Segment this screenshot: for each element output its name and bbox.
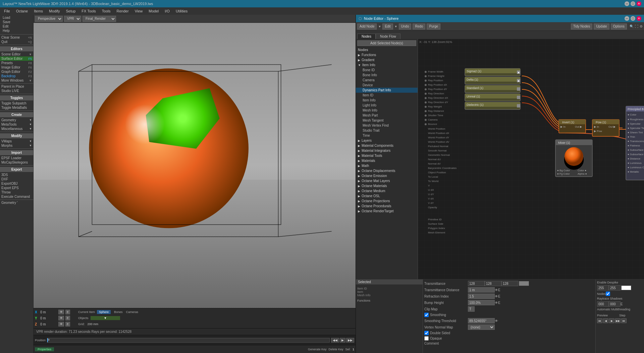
vmaps-button[interactable]: VMaps▼ bbox=[0, 139, 33, 143]
menu-model[interactable]: Model bbox=[146, 8, 161, 14]
parent-in-place-button[interactable]: Parent in Place bbox=[0, 84, 33, 89]
section-oct-osl[interactable]: ▶ Octane OSL bbox=[356, 193, 418, 198]
load-button[interactable]: Load bbox=[1, 15, 32, 20]
bump-eye-btn[interactable]: 👁 bbox=[495, 301, 498, 305]
current-item-value[interactable]: Sphere bbox=[97, 310, 111, 314]
renderer-select[interactable]: VPR bbox=[64, 16, 81, 22]
graph-editor-button[interactable]: Graph EditorF2 bbox=[0, 70, 33, 74]
double-sided-checkbox[interactable] bbox=[424, 331, 429, 335]
color-r-input[interactable] bbox=[597, 285, 609, 291]
section-oct-emission[interactable]: ▶ Octane Emission bbox=[356, 173, 418, 178]
undo-button[interactable]: Undo bbox=[399, 24, 412, 30]
miscellaneous-button[interactable]: Miscellaneous▼ bbox=[0, 127, 33, 131]
ne-graph[interactable]: X: -31 Y: 138 Zoom:91% bbox=[418, 39, 644, 279]
clip-map-input[interactable] bbox=[468, 306, 475, 312]
menu-io[interactable]: I/O bbox=[162, 8, 172, 14]
y-eye-button[interactable]: 👁 bbox=[58, 316, 64, 320]
section-oct-disp[interactable]: ▶ Octane Displacements bbox=[356, 168, 418, 173]
x-e-button[interactable]: E bbox=[65, 310, 70, 314]
transmittance-g-input[interactable] bbox=[485, 281, 501, 286]
close-button[interactable]: ✕ bbox=[637, 1, 641, 6]
pb-next-btn[interactable]: ▶▶ bbox=[615, 318, 621, 323]
menu-items[interactable]: Items bbox=[31, 8, 46, 14]
quit-button[interactable]: Quit+Q bbox=[0, 40, 33, 44]
section-oct-mat-layers[interactable]: ▶ Octane Mat Layers bbox=[356, 178, 418, 183]
menu-tools[interactable]: Tools bbox=[99, 8, 113, 14]
nodes-checkbox[interactable] bbox=[606, 292, 610, 296]
properties-btn[interactable]: Properties bbox=[35, 347, 54, 351]
pb-play-btn[interactable]: ▶ bbox=[609, 318, 614, 323]
menu-file[interactable]: File bbox=[1, 8, 13, 14]
update-button[interactable]: Update bbox=[594, 24, 609, 30]
play-button[interactable]: ▶ bbox=[340, 338, 345, 343]
transmittance-distance-eye-btn[interactable]: 👁 bbox=[495, 288, 498, 292]
section-oct-rt[interactable]: ▶ Octane RenderTarget bbox=[356, 209, 418, 214]
purge-button[interactable]: Purge bbox=[427, 24, 440, 30]
ne-close-button[interactable]: ✕ bbox=[637, 16, 641, 21]
node-bone-id[interactable]: Bone ID bbox=[356, 68, 418, 73]
node-mesh-info[interactable]: Mesh Info bbox=[356, 108, 418, 113]
execute-command-button[interactable]: Execute Command bbox=[0, 194, 33, 199]
add-node-button[interactable]: Add Node bbox=[357, 24, 377, 30]
opaque-checkbox[interactable] bbox=[424, 336, 429, 341]
section-material-tools[interactable]: ▶ Material Tools bbox=[356, 153, 418, 158]
menu-octane[interactable]: Octane bbox=[13, 8, 31, 14]
pb-prev-btn[interactable]: ◀ bbox=[603, 318, 608, 323]
geometry-button[interactable]: Geometry▼ bbox=[0, 118, 33, 122]
node-item-id[interactable]: Item ID bbox=[356, 93, 418, 98]
node-device[interactable]: Device bbox=[356, 83, 418, 88]
presets-button[interactable]: PresetsF8 bbox=[0, 61, 33, 65]
section-oct-medium[interactable]: ▶ Octane Medium bbox=[356, 188, 418, 193]
shadow-e-btn[interactable]: E bbox=[621, 302, 623, 306]
transmittance-b-input[interactable] bbox=[501, 281, 518, 286]
section-item-info[interactable]: ▼ Item Info bbox=[356, 62, 418, 68]
backdrop-button[interactable]: BackdropF3 bbox=[0, 74, 33, 78]
refraction-e-btn[interactable]: E bbox=[498, 295, 500, 298]
tab-node-flow[interactable]: Node Flow bbox=[376, 34, 400, 39]
node-dynamics-part-info[interactable]: Dynamics Part Info bbox=[356, 88, 418, 93]
studio-live-button[interactable]: Studio LIVE bbox=[0, 89, 33, 93]
options-button[interactable]: Options bbox=[611, 24, 627, 30]
image-editor-button[interactable]: Image EditorF6 bbox=[0, 65, 33, 70]
z-eye-button[interactable]: 👁 bbox=[58, 322, 64, 326]
menu-view[interactable]: View bbox=[132, 8, 146, 14]
node-mesh-part[interactable]: Mesh Part bbox=[356, 113, 418, 118]
throw-button[interactable]: Throw bbox=[0, 190, 33, 194]
node-light-info[interactable]: Light Info bbox=[356, 103, 418, 108]
section-oct-proc[interactable]: ▶ Octane Procedurals bbox=[356, 204, 418, 209]
redo-button[interactable]: Redo bbox=[413, 24, 425, 30]
ne-minimize-button[interactable]: ─ bbox=[625, 16, 629, 21]
vertex-normal-select[interactable]: (none) bbox=[468, 324, 495, 330]
transmittance-distance-e-btn[interactable]: E bbox=[498, 288, 500, 292]
objects-dropdown[interactable]: ▼ bbox=[91, 316, 120, 320]
section-layers[interactable]: ▶ Layers bbox=[356, 138, 418, 143]
edit-button[interactable]: Edit bbox=[382, 24, 393, 30]
tab-nodes[interactable]: Nodes bbox=[357, 34, 376, 39]
smoothing-checkbox[interactable] bbox=[424, 313, 429, 317]
right-color-swatch[interactable] bbox=[621, 285, 631, 290]
node-item-info[interactable]: Item Info bbox=[356, 98, 418, 103]
section-material-integrators[interactable]: ▶ Material Integrators bbox=[356, 148, 418, 153]
x-eye-button[interactable]: 👁 bbox=[58, 310, 64, 314]
export-eps-button[interactable]: Export EPS bbox=[0, 186, 33, 190]
timeline-track[interactable]: 0 bbox=[47, 338, 330, 343]
minimize-button[interactable]: ─ bbox=[625, 1, 629, 6]
refraction-eye-btn[interactable]: 👁 bbox=[495, 295, 498, 298]
export-obj-button[interactable]: ExportOBJ bbox=[0, 181, 33, 186]
tidy-nodes-button[interactable]: Tidy Nodes bbox=[571, 24, 592, 30]
menu-modify[interactable]: Modify bbox=[46, 8, 62, 14]
edit-button[interactable]: Edit bbox=[1, 24, 32, 29]
section-oct-materials[interactable]: ▶ Octane Materials bbox=[356, 183, 418, 188]
render-target-select[interactable]: Final_Render bbox=[83, 16, 116, 22]
pb-last-btn[interactable]: ⏭ bbox=[621, 318, 627, 323]
prev-frame-button[interactable]: ◀◀ bbox=[331, 338, 339, 343]
refraction-index-input[interactable] bbox=[468, 294, 495, 299]
node-mesh-vertex-find[interactable]: Mesh Vertex Find bbox=[356, 123, 418, 128]
node-studio-trait[interactable]: Studio Trait bbox=[356, 128, 418, 133]
help-button[interactable]: Help bbox=[1, 29, 32, 33]
transmittance-distance-input[interactable] bbox=[468, 287, 495, 293]
more-windows-button[interactable]: More Windows▼ bbox=[0, 78, 33, 83]
transmittance-swatch[interactable] bbox=[519, 281, 529, 286]
shadow-val-1-input[interactable] bbox=[597, 301, 609, 307]
smoothing-threshold-input[interactable] bbox=[468, 318, 495, 323]
